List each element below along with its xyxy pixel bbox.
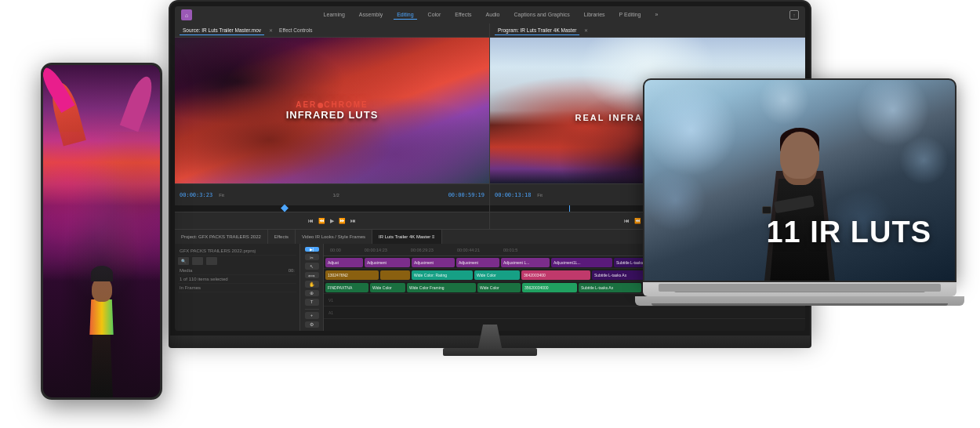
laptop-screen: 11 IR LUTS [644,80,955,281]
ruler-mark-0: 00:00 [330,248,341,252]
project-file-row: GFX PACKS TRAILERS 2022.prproj [178,247,296,256]
program-panel-header: Program: IR Luts Trailer 4K Master ✕ [490,24,805,38]
source-timeline-bar[interactable] [175,205,489,212]
share-icon[interactable]: ↑ [789,10,799,20]
laptop-screen-content: 11 IR LUTS [644,80,955,281]
items-count-row: 1 of 110 items selected [178,275,296,284]
effect-controls-tab[interactable]: Effect Controls [276,26,316,34]
laptop: 11 IR LUTS [643,78,956,392]
tablet-screen-content [43,65,160,397]
clip-adjust-1[interactable]: Adjust [325,258,363,267]
ruler-mark-1: 00:00:14:23 [365,248,387,252]
tab-audio[interactable]: Audio [483,10,503,20]
source-video: AERCHROME INFRARED LUTS [175,38,489,183]
source-playhead-marker [281,205,289,212]
prog-transport-step-back[interactable]: ⏪ [634,218,641,224]
watch [762,206,771,214]
program-playhead-line [569,205,570,212]
source-tab-close[interactable]: ✕ [269,27,273,33]
ruler-mark-4: 00:01:5 [503,248,517,252]
tab-assembly[interactable]: Assembly [356,10,386,20]
laptop-base [635,296,964,306]
clip-code-1[interactable]: 1302476N2 [325,270,379,280]
timeline-left-toolbar: 🔍 [178,256,296,267]
tab-editing[interactable]: Editing [394,10,416,20]
settings-btn[interactable]: ⚙ [305,321,319,328]
tab-more[interactable]: » [652,10,661,20]
laptop-keyboard [643,282,956,296]
scene: ⌂ Learning Assembly Editing Color Effect… [0,0,980,428]
tab-color[interactable]: Color [425,10,445,20]
media-label: Media [180,268,192,273]
items-count: 1 of 110 items selected [180,277,228,281]
timeline-tab-master[interactable]: IR Luts Trailer 4K Master ≡ [372,230,442,244]
timeline-tab-project[interactable]: Project: GFX PACKS TRAILERS 2022 [175,230,268,244]
tab-pediting[interactable]: P Editing [616,10,644,20]
source-end-timecode: 00:00:59:19 [448,192,485,198]
clip-green-3[interactable]: Wide Color Framing [407,283,476,292]
tab-learning[interactable]: Learning [321,10,348,20]
clip-adjust-6[interactable]: Adjustment1L... [551,258,612,267]
tab-effects[interactable]: Effects [452,10,474,20]
clip-green-2[interactable]: Wide Color [370,283,405,292]
search-input-small[interactable]: 🔍 [178,257,189,265]
source-controls: 00:00:3:23 Fit 1/2 00:00:59:19 [175,183,489,205]
clip-green-6[interactable]: Subtitle L-tasks Ax [579,283,641,292]
timeline-tab-effects[interactable]: Effects [268,230,296,244]
laptop-person-hair [780,128,819,151]
transport-step-back[interactable]: ⏪ [318,218,325,224]
transport-to-start[interactable]: ⏮ [308,218,314,223]
select-tool[interactable]: ↖ [305,263,319,269]
audio-track-label: A1 [325,310,336,315]
source-fraction: 1/2 [333,193,339,198]
zoom-tool[interactable]: ⊕ [305,290,319,296]
program-tab-close[interactable]: ✕ [584,27,588,33]
ruler-mark-2: 00:06:29:23 [411,248,434,252]
home-icon[interactable]: ⌂ [181,9,192,20]
premiere-menu-tabs: Learning Assembly Editing Color Effects … [197,10,785,20]
list-view-btn[interactable] [192,257,203,265]
in-frames-label: 00: [289,268,295,273]
tab-libraries[interactable]: Libraries [581,10,608,20]
ripple-tool[interactable]: ⟺ [305,272,319,278]
in-frames-row: In Frames [178,284,296,292]
timeline-tools: ▶| ✂ ↖ ⟺ ✋ ⊕ T + ⚙ [300,244,324,331]
ruler-mark-3: 00:00:44:21 [457,248,480,252]
media-row: Media 00: [178,267,296,275]
clip-adjust-5[interactable]: Adjustment L... [501,258,550,267]
playhead-tool[interactable]: ▶| [305,247,319,252]
clip-adjust-4[interactable]: Adjustment [456,258,499,267]
hand-tool[interactable]: ✋ [305,281,319,287]
transport-step-forward[interactable]: ⏩ [339,218,346,224]
clip-green-1[interactable]: FINDPAXTNA [325,283,368,292]
clip-code-3[interactable]: 3642003400 [521,270,590,280]
project-file-label: GFX PACKS TRAILERS 2022.prproj [180,248,256,253]
program-timecode: 00:00:13:18 [495,192,531,198]
clip-code-2[interactable] [380,270,410,280]
source-timecode: 00:00:3:23 [180,192,212,198]
clip-green-4[interactable]: Wide Color [477,283,521,292]
clip-wide-color-2[interactable]: Wide Color [474,270,520,280]
prog-transport-to-start[interactable]: ⏮ [624,218,630,223]
transport-play[interactable]: ▶ [330,218,334,224]
source-panel-header: Source: IR Luts Trailer Master.mov ✕ Eff… [175,24,489,38]
clip-adjust-2[interactable]: Adjustment [365,258,410,267]
clip-adjust-3[interactable]: Adjustment [412,258,455,267]
transport-to-end[interactable]: ⏭ [350,218,356,223]
add-track-btn[interactable]: + [305,312,319,318]
aerochrome-label: AERCHROME [286,100,379,109]
laptop-person [737,140,862,281]
razor-tool[interactable]: ✂ [305,254,319,260]
grid-view-btn[interactable] [206,257,217,265]
person-shirt [87,299,117,335]
timeline-left-panel: GFX PACKS TRAILERS 2022.prproj 🔍 Media [175,244,300,331]
clip-wide-color-1[interactable]: Wide Color: Rating [412,270,473,280]
program-fit-label: Fit [537,193,543,198]
timeline-tab-looks[interactable]: Video IR Looks / Style Frames [296,230,372,244]
source-tab[interactable]: Source: IR Luts Trailer Master.mov [180,26,264,35]
clip-green-5[interactable]: 35620034000 [522,283,577,292]
text-tool[interactable]: T [305,299,319,305]
program-tab[interactable]: Program: IR Luts Trailer 4K Master [495,26,579,35]
tab-captions[interactable]: Captions and Graphics [511,10,573,20]
keyboard-keys [659,284,941,292]
